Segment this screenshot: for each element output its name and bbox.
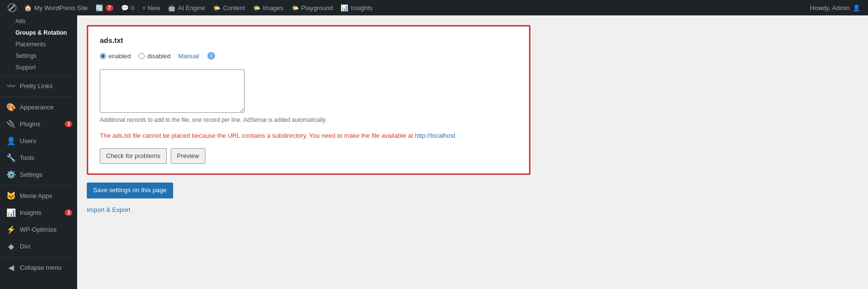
adminbar-updates[interactable]: 🔄 7 <box>92 0 117 15</box>
textarea-hint: Additional records to add to the file, o… <box>100 117 517 123</box>
users-icon: 👤 <box>6 136 16 145</box>
sidebar-item-settings-main[interactable]: ⚙️ Settings <box>0 166 77 183</box>
admin-bar: 🏠 My WordPress Site 🔄 7 💬 0 + New 🤖 AI E… <box>0 0 868 15</box>
radio-disabled-label: disabled <box>147 53 170 60</box>
info-icon[interactable]: i <box>207 52 215 60</box>
import-export-link[interactable]: Import & Export <box>87 206 130 213</box>
sidebar-item-users[interactable]: 👤 Users <box>0 132 77 149</box>
appearance-icon: 🎨 <box>6 103 16 112</box>
sidebar-item-settings[interactable]: Settings <box>0 50 77 62</box>
user-avatar-icon: 👤 <box>853 4 860 12</box>
insights-icon: 📊 <box>6 208 16 217</box>
adminbar-insights[interactable]: 📊 Insights <box>337 0 376 15</box>
updates-icon: 🔄 <box>95 4 103 12</box>
adminbar-site-name[interactable]: 🏠 My WordPress Site <box>20 0 92 15</box>
meow-apps-icon: 🐱 <box>6 191 16 200</box>
mode-radio-group: enabled disabled Manual i <box>100 52 517 60</box>
sidebar-item-meow-apps[interactable]: 🐱 Meow Apps <box>0 187 77 204</box>
adminbar-wp-logo[interactable] <box>4 0 20 15</box>
ads-txt-textarea[interactable] <box>100 69 244 113</box>
preview-button[interactable]: Preview <box>171 148 205 164</box>
playground-icon: 🌤️ <box>291 4 299 12</box>
divi-icon: ◆ <box>6 242 16 251</box>
adminbar-comments[interactable]: 💬 0 <box>117 0 138 15</box>
sidebar-item-ads[interactable]: Ads <box>0 15 77 27</box>
adminbar-site-icon: 🏠 <box>24 4 32 12</box>
pretty-links-icon: 〰️ <box>6 81 16 91</box>
sidebar-item-insights[interactable]: 📊 Insights 3 <box>0 204 77 221</box>
content-icon: 🌤️ <box>213 4 220 12</box>
radio-disabled-input[interactable] <box>138 53 145 59</box>
adminbar-new[interactable]: + New <box>138 0 164 15</box>
sidebar-collapse-menu[interactable]: ◀ Collapse menu <box>0 259 77 276</box>
radio-disabled-option[interactable]: disabled <box>138 53 170 60</box>
main-content: ads.txt enabled disabled Manual i Additi… <box>77 15 868 289</box>
adminbar-images[interactable]: 🌤️ Images <box>249 0 287 15</box>
adminbar-ai-engine[interactable]: 🤖 AI Engine <box>164 0 209 15</box>
sidebar-item-support[interactable]: Support <box>0 62 77 73</box>
sidebar-item-appearance[interactable]: 🎨 Appearance <box>0 99 77 116</box>
ai-engine-icon: 🤖 <box>168 4 176 12</box>
error-localhost-link[interactable]: http://localhost <box>415 132 455 139</box>
sidebar-item-groups-rotation[interactable]: Groups & Rotation <box>0 27 77 39</box>
sidebar-item-divi[interactable]: ◆ Divi <box>0 238 77 255</box>
images-icon: 🌤️ <box>253 4 260 12</box>
radio-enabled-input[interactable] <box>100 53 106 59</box>
plugins-icon: 🔌 <box>6 119 16 129</box>
menu-divider-4 <box>0 257 77 257</box>
settings-icon: ⚙️ <box>6 170 16 179</box>
sidebar-item-placements[interactable]: Placements <box>0 39 77 50</box>
sidebar-item-wp-optimize[interactable]: ⚡ WP-Optimize <box>0 221 77 238</box>
tools-icon: 🔧 <box>6 153 16 162</box>
radio-enabled-option[interactable]: enabled <box>100 53 131 60</box>
menu-divider-3 <box>0 185 77 185</box>
insights-bar-icon: 📊 <box>340 4 348 12</box>
sidebar-item-tools[interactable]: 🔧 Tools <box>0 149 77 166</box>
sidebar-item-plugins[interactable]: 🔌 Plugins 3 <box>0 116 77 132</box>
radio-enabled-label: enabled <box>108 53 131 60</box>
ads-txt-section: ads.txt enabled disabled Manual i Additi… <box>87 25 530 175</box>
wp-optimize-icon: ⚡ <box>6 225 16 234</box>
save-settings-button[interactable]: Save settings on this page <box>87 183 173 198</box>
check-problems-button[interactable]: Check for problems <box>100 148 167 164</box>
comments-icon: 💬 <box>121 4 129 12</box>
menu-divider-2 <box>0 96 77 97</box>
collapse-icon: ◀ <box>6 263 16 272</box>
menu-divider-1 <box>0 75 77 76</box>
manual-link[interactable]: Manual <box>178 53 199 60</box>
sidebar-item-pretty-links[interactable]: 〰️ Pretty Links <box>0 78 77 94</box>
save-section: Save settings on this page <box>87 183 530 198</box>
adminbar-content[interactable]: 🌤️ Content <box>209 0 249 15</box>
admin-menu: Ads Groups & Rotation Placements Setting… <box>0 15 77 289</box>
adminbar-playground[interactable]: 🌤️ Playground <box>287 0 337 15</box>
error-message: The ads.txt file cannot be placed becaus… <box>100 131 517 141</box>
error-text-prefix: The ads.txt file cannot be placed becaus… <box>100 132 415 139</box>
action-buttons: Check for problems Preview <box>100 148 517 164</box>
section-title: ads.txt <box>100 36 517 44</box>
adminbar-user[interactable]: Howdy, Admin 👤 <box>806 0 864 15</box>
